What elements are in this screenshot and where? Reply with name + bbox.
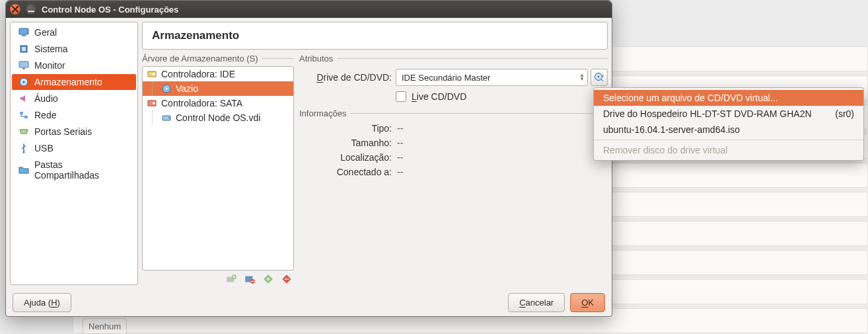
monitor-icon xyxy=(18,27,29,38)
titlebar[interactable]: Control Node OS - Configurações xyxy=(6,1,612,18)
live-cd-label: Live CD/DVD xyxy=(412,91,466,102)
close-icon[interactable] xyxy=(10,4,20,15)
sidebar-item-sistema[interactable]: Sistema xyxy=(12,41,136,57)
storage-tree[interactable]: Controladora: IDE Vazio Controladora: SA… xyxy=(142,66,294,271)
sidebar-item-audio[interactable]: Áudio xyxy=(12,91,136,106)
menu-item-select-virtual-disk[interactable]: Selecione um arquivo de CD/DVD virtual..… xyxy=(594,90,863,106)
serial-icon xyxy=(18,126,29,137)
sidebar-item-label: Portas Seriais xyxy=(34,126,92,137)
chip-icon xyxy=(18,44,29,54)
info-value: -- xyxy=(397,152,403,163)
cancel-button[interactable]: Cancelar xyxy=(508,293,565,312)
sidebar-item-geral[interactable]: Geral xyxy=(12,24,136,40)
svg-point-11 xyxy=(153,73,155,75)
menu-item-label: Remover disco do drive virtual xyxy=(603,145,727,155)
tree-node-vdi[interactable]: Control Node OS.vdi xyxy=(143,110,293,125)
svg-rect-0 xyxy=(19,28,28,34)
sidebar-item-rede[interactable]: Rede xyxy=(12,107,136,123)
sidebar-item-monitor[interactable]: Monitor xyxy=(12,58,136,73)
info-label: Conectado a: xyxy=(299,167,392,177)
svg-rect-4 xyxy=(19,62,28,67)
tree-node-label: Control Node OS.vdi xyxy=(176,112,260,123)
display-icon xyxy=(18,60,29,71)
sidebar-item-armazenamento[interactable]: Armazenamento xyxy=(12,74,136,90)
add-attachment-icon[interactable] xyxy=(262,273,274,285)
info-label: Localização: xyxy=(299,152,392,163)
tree-node-controller-sata[interactable]: Controladora: SATA xyxy=(143,96,293,110)
audio-icon xyxy=(18,93,29,104)
drive-label: Drive de CD/DVD: xyxy=(299,72,392,83)
menu-item-extra: (sr0) xyxy=(835,108,854,119)
svg-point-13 xyxy=(166,88,168,90)
help-button[interactable]: Ajuda (H) xyxy=(13,293,71,312)
drive-combobox[interactable]: IDE Secundário Master ▲▼ xyxy=(396,69,588,86)
info-value: -- xyxy=(397,167,403,177)
live-cd-checkbox[interactable] xyxy=(396,91,406,102)
disk-icon xyxy=(18,77,29,87)
tree-node-controller-ide[interactable]: Controladora: IDE xyxy=(143,67,293,81)
tree-node-label: Controladora: IDE xyxy=(161,69,235,79)
section-header: Armazenamento xyxy=(142,22,608,50)
remove-controller-icon[interactable] xyxy=(244,273,256,285)
svg-rect-8 xyxy=(20,112,23,114)
menu-item-label: Selecione um arquivo de CD/DVD virtual..… xyxy=(603,93,778,103)
info-label: Tamanho: xyxy=(299,138,392,148)
info-value: -- xyxy=(397,138,403,148)
info-group-label: Informações xyxy=(299,108,608,118)
svg-point-7 xyxy=(23,81,25,83)
sidebar-item-label: Monitor xyxy=(34,60,65,71)
info-value: -- xyxy=(397,123,403,134)
add-controller-icon[interactable] xyxy=(225,273,237,285)
controller-icon xyxy=(147,98,157,108)
menu-item-label: ubuntu-16.04.1-server-amd64.iso xyxy=(603,124,740,135)
usb-icon xyxy=(18,143,29,153)
tree-toolbar xyxy=(142,271,294,285)
info-label: Tipo: xyxy=(299,123,392,134)
background-footer-chip: Nenhum xyxy=(83,318,127,334)
menu-separator xyxy=(594,140,863,140)
attributes-group-label: Atributos xyxy=(299,54,608,63)
svg-rect-3 xyxy=(22,47,26,51)
network-icon xyxy=(18,110,29,120)
folder-icon xyxy=(18,165,29,175)
svg-point-16 xyxy=(168,117,170,118)
controller-icon xyxy=(147,69,157,79)
sidebar-item-label: USB xyxy=(34,143,54,153)
ok-button[interactable]: OK xyxy=(570,293,605,312)
sidebar-item-label: Armazenamento xyxy=(34,77,102,87)
dialog-footer: Ajuda (H) Cancelar OK xyxy=(6,289,612,316)
svg-point-22 xyxy=(598,76,599,77)
tree-group-label: Árvore de Armazenamento (S) xyxy=(142,54,294,63)
tree-node-label: Controladora: SATA xyxy=(161,98,242,108)
minimize-icon[interactable] xyxy=(26,4,36,15)
sidebar-item-pastas[interactable]: Pastas Compartilhadas xyxy=(12,157,136,183)
cd-icon xyxy=(161,83,172,94)
disk-image-menu: Selecione um arquivo de CD/DVD virtual..… xyxy=(593,87,864,161)
sidebar-item-label: Pastas Compartilhadas xyxy=(34,159,129,181)
menu-item-remove-disk: Remover disco do drive virtual xyxy=(594,142,863,158)
hdd-icon xyxy=(161,112,172,123)
svg-rect-1 xyxy=(22,35,26,36)
menu-item-iso[interactable]: ubuntu-16.04.1-server-amd64.iso xyxy=(594,122,863,138)
settings-sidebar: Geral Sistema Monitor Armazenamento Áudi… xyxy=(10,22,138,285)
sidebar-item-label: Rede xyxy=(34,110,56,120)
menu-item-label: Drive do Hospedeiro HL-DT-ST DVD-RAM GHA… xyxy=(603,108,812,119)
svg-rect-5 xyxy=(22,68,25,69)
sidebar-item-portas-seriais[interactable]: Portas Seriais xyxy=(12,124,136,140)
tree-node-cd-empty[interactable]: Vazio xyxy=(143,81,293,96)
drive-value: IDE Secundário Master xyxy=(402,73,490,83)
sidebar-item-label: Áudio xyxy=(34,93,58,104)
choose-disk-button[interactable] xyxy=(591,69,608,86)
remove-attachment-icon[interactable] xyxy=(281,273,293,285)
window-title: Control Node OS - Configurações xyxy=(42,5,178,15)
combobox-spinner-icon: ▲▼ xyxy=(579,73,585,81)
sidebar-item-usb[interactable]: USB xyxy=(12,140,136,156)
menu-item-host-drive[interactable]: Drive do Hospedeiro HL-DT-ST DVD-RAM GHA… xyxy=(594,106,863,122)
svg-point-10 xyxy=(23,151,25,153)
sidebar-item-label: Geral xyxy=(34,27,57,38)
tree-node-label: Vazio xyxy=(176,83,198,94)
settings-dialog: Control Node OS - Configurações Geral Si… xyxy=(5,0,612,317)
svg-point-14 xyxy=(153,102,155,104)
sidebar-item-label: Sistema xyxy=(34,44,68,54)
